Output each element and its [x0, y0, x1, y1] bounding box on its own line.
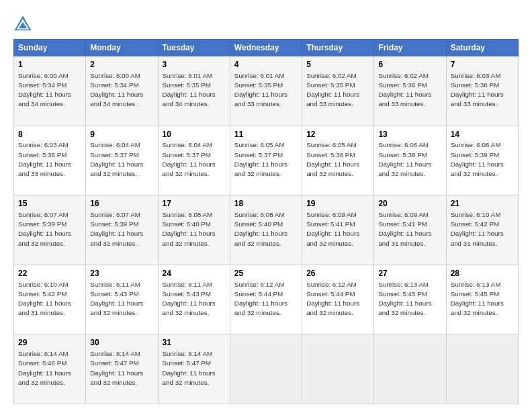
day-number: 26	[306, 268, 369, 279]
calendar-cell: 10Sunrise: 6:04 AM Sunset: 5:37 PM Dayli…	[158, 126, 230, 195]
day-info: Sunrise: 6:06 AM Sunset: 5:38 PM Dayligh…	[378, 140, 441, 179]
calendar-cell: 9Sunrise: 6:04 AM Sunset: 5:37 PM Daylig…	[86, 126, 158, 195]
calendar-cell: 31Sunrise: 6:14 AM Sunset: 5:47 PM Dayli…	[158, 334, 230, 404]
calendar-cell: 13Sunrise: 6:06 AM Sunset: 5:38 PM Dayli…	[374, 126, 446, 195]
day-info: Sunrise: 6:14 AM Sunset: 5:47 PM Dayligh…	[90, 349, 153, 387]
calendar-cell: 3Sunrise: 6:01 AM Sunset: 5:35 PM Daylig…	[158, 56, 230, 126]
day-number: 17	[163, 198, 226, 210]
day-info: Sunrise: 6:01 AM Sunset: 5:35 PM Dayligh…	[234, 71, 298, 109]
column-header-monday: Monday	[86, 40, 158, 56]
day-number: 9	[90, 129, 153, 140]
header	[13, 12, 519, 34]
day-info: Sunrise: 6:13 AM Sunset: 5:45 PM Dayligh…	[378, 280, 441, 318]
day-number: 21	[451, 198, 514, 210]
column-header-sunday: Sunday	[14, 40, 86, 56]
day-number: 11	[234, 129, 298, 140]
day-number: 28	[451, 268, 514, 279]
day-number: 24	[163, 268, 226, 279]
calendar-cell: 29Sunrise: 6:14 AM Sunset: 5:46 PM Dayli…	[14, 334, 86, 404]
column-header-wednesday: Wednesday	[230, 40, 302, 56]
day-info: Sunrise: 6:03 AM Sunset: 5:36 PM Dayligh…	[18, 140, 81, 179]
day-info: Sunrise: 6:01 AM Sunset: 5:35 PM Dayligh…	[163, 71, 226, 109]
calendar-cell: 16Sunrise: 6:07 AM Sunset: 5:39 PM Dayli…	[86, 195, 158, 265]
calendar-cell: 28Sunrise: 6:13 AM Sunset: 5:45 PM Dayli…	[446, 265, 518, 334]
week-row-5: 29Sunrise: 6:14 AM Sunset: 5:46 PM Dayli…	[14, 334, 519, 404]
calendar-cell: 1Sunrise: 6:00 AM Sunset: 5:34 PM Daylig…	[14, 56, 86, 126]
day-info: Sunrise: 6:06 AM Sunset: 5:39 PM Dayligh…	[451, 140, 514, 179]
calendar-cell	[446, 334, 518, 404]
calendar-cell: 30Sunrise: 6:14 AM Sunset: 5:47 PM Dayli…	[86, 334, 158, 404]
calendar-cell: 4Sunrise: 6:01 AM Sunset: 5:35 PM Daylig…	[230, 56, 302, 126]
calendar-cell: 26Sunrise: 6:12 AM Sunset: 5:44 PM Dayli…	[302, 265, 374, 334]
day-number: 2	[90, 59, 153, 71]
calendar-cell	[302, 334, 374, 404]
column-header-tuesday: Tuesday	[158, 40, 230, 56]
day-info: Sunrise: 6:07 AM Sunset: 5:39 PM Dayligh…	[18, 210, 81, 248]
day-number: 30	[90, 337, 153, 349]
week-row-2: 8Sunrise: 6:03 AM Sunset: 5:36 PM Daylig…	[14, 126, 519, 195]
day-number: 15	[18, 198, 81, 210]
day-info: Sunrise: 6:09 AM Sunset: 5:41 PM Dayligh…	[378, 210, 441, 248]
day-number: 4	[234, 59, 298, 71]
calendar-cell: 19Sunrise: 6:09 AM Sunset: 5:41 PM Dayli…	[302, 195, 374, 265]
day-number: 3	[163, 59, 226, 71]
calendar-cell: 20Sunrise: 6:09 AM Sunset: 5:41 PM Dayli…	[374, 195, 446, 265]
day-number: 1	[18, 59, 81, 71]
calendar-cell: 12Sunrise: 6:05 AM Sunset: 5:38 PM Dayli…	[302, 126, 374, 195]
day-number: 29	[18, 337, 81, 349]
week-row-4: 22Sunrise: 6:10 AM Sunset: 5:42 PM Dayli…	[14, 265, 519, 334]
calendar-cell	[230, 334, 302, 404]
calendar-cell: 17Sunrise: 6:08 AM Sunset: 5:40 PM Dayli…	[158, 195, 230, 265]
day-info: Sunrise: 6:04 AM Sunset: 5:37 PM Dayligh…	[90, 140, 153, 179]
day-number: 23	[90, 268, 153, 279]
day-info: Sunrise: 6:14 AM Sunset: 5:47 PM Dayligh…	[163, 349, 226, 387]
week-row-1: 1Sunrise: 6:00 AM Sunset: 5:34 PM Daylig…	[14, 56, 519, 126]
calendar-cell: 2Sunrise: 6:00 AM Sunset: 5:34 PM Daylig…	[86, 56, 158, 126]
day-info: Sunrise: 6:11 AM Sunset: 5:43 PM Dayligh…	[90, 280, 153, 318]
day-number: 10	[163, 129, 226, 140]
day-number: 22	[18, 268, 81, 279]
column-header-friday: Friday	[374, 40, 446, 56]
calendar-cell: 8Sunrise: 6:03 AM Sunset: 5:36 PM Daylig…	[14, 126, 86, 195]
day-number: 8	[18, 129, 81, 140]
day-info: Sunrise: 6:05 AM Sunset: 5:37 PM Dayligh…	[234, 140, 298, 179]
week-row-3: 15Sunrise: 6:07 AM Sunset: 5:39 PM Dayli…	[14, 195, 519, 265]
day-number: 6	[378, 59, 441, 71]
day-info: Sunrise: 6:05 AM Sunset: 5:38 PM Dayligh…	[306, 140, 369, 179]
day-number: 25	[234, 268, 298, 279]
calendar-cell: 11Sunrise: 6:05 AM Sunset: 5:37 PM Dayli…	[230, 126, 302, 195]
calendar-cell: 24Sunrise: 6:11 AM Sunset: 5:43 PM Dayli…	[158, 265, 230, 334]
calendar-cell: 14Sunrise: 6:06 AM Sunset: 5:39 PM Dayli…	[446, 126, 518, 195]
day-info: Sunrise: 6:02 AM Sunset: 5:35 PM Dayligh…	[306, 71, 369, 109]
day-info: Sunrise: 6:10 AM Sunset: 5:42 PM Dayligh…	[18, 280, 81, 318]
day-number: 20	[378, 198, 441, 210]
calendar-cell: 6Sunrise: 6:02 AM Sunset: 5:36 PM Daylig…	[374, 56, 446, 126]
logo	[13, 15, 35, 34]
calendar-cell: 15Sunrise: 6:07 AM Sunset: 5:39 PM Dayli…	[14, 195, 86, 265]
calendar-cell: 18Sunrise: 6:08 AM Sunset: 5:40 PM Dayli…	[230, 195, 302, 265]
calendar-cell: 23Sunrise: 6:11 AM Sunset: 5:43 PM Dayli…	[86, 265, 158, 334]
day-info: Sunrise: 6:10 AM Sunset: 5:42 PM Dayligh…	[451, 210, 514, 248]
page: SundayMondayTuesdayWednesdayThursdayFrid…	[0, 0, 532, 411]
day-info: Sunrise: 6:09 AM Sunset: 5:41 PM Dayligh…	[306, 210, 369, 248]
day-info: Sunrise: 6:13 AM Sunset: 5:45 PM Dayligh…	[451, 280, 514, 318]
day-info: Sunrise: 6:04 AM Sunset: 5:37 PM Dayligh…	[163, 140, 226, 179]
day-info: Sunrise: 6:08 AM Sunset: 5:40 PM Dayligh…	[163, 210, 226, 248]
calendar-table: SundayMondayTuesdayWednesdayThursdayFrid…	[13, 39, 519, 404]
day-info: Sunrise: 6:12 AM Sunset: 5:44 PM Dayligh…	[306, 280, 369, 318]
day-number: 7	[451, 59, 514, 71]
calendar-cell: 7Sunrise: 6:03 AM Sunset: 5:36 PM Daylig…	[446, 56, 518, 126]
calendar-cell: 27Sunrise: 6:13 AM Sunset: 5:45 PM Dayli…	[374, 265, 446, 334]
day-info: Sunrise: 6:12 AM Sunset: 5:44 PM Dayligh…	[234, 280, 298, 318]
calendar-cell	[374, 334, 446, 404]
calendar-cell: 25Sunrise: 6:12 AM Sunset: 5:44 PM Dayli…	[230, 265, 302, 334]
header-row: SundayMondayTuesdayWednesdayThursdayFrid…	[14, 40, 519, 56]
logo-icon	[13, 15, 32, 34]
day-info: Sunrise: 6:02 AM Sunset: 5:36 PM Dayligh…	[378, 71, 441, 109]
day-number: 5	[306, 59, 369, 71]
day-number: 12	[306, 129, 369, 140]
day-info: Sunrise: 6:11 AM Sunset: 5:43 PM Dayligh…	[163, 280, 226, 318]
calendar-cell: 21Sunrise: 6:10 AM Sunset: 5:42 PM Dayli…	[446, 195, 518, 265]
day-number: 19	[306, 198, 369, 210]
day-info: Sunrise: 6:08 AM Sunset: 5:40 PM Dayligh…	[234, 210, 298, 248]
